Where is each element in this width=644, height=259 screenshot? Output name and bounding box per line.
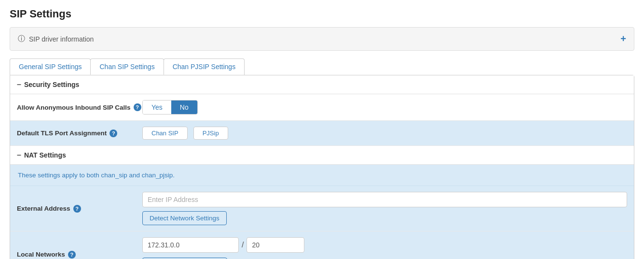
info-bar-label: SIP driver information: [29, 35, 94, 43]
local-networks-help-icon[interactable]: ?: [68, 251, 76, 259]
tab-general-sip-settings[interactable]: Yes General SIP Settings: [10, 58, 91, 75]
tls-port-row: Default TLS Port Assignment ? Chan SIP P…: [10, 121, 634, 146]
local-networks-label: Local Networks ?: [17, 251, 142, 259]
pjsip-button[interactable]: PJSip: [193, 127, 228, 140]
content-area: – Security Settings Allow Anonymous Inbo…: [10, 75, 634, 259]
nat-settings-title: NAT Settings: [24, 151, 66, 159]
external-address-label: External Address ?: [17, 205, 142, 213]
security-settings-title: Security Settings: [24, 81, 79, 88]
local-networks-controls: / Add Local Network Field: [142, 237, 627, 259]
tabs-row: Yes General SIP Settings Chan SIP Settin…: [10, 58, 634, 75]
chan-sip-button[interactable]: Chan SIP: [142, 127, 188, 140]
external-address-controls: Detect Network Settings: [142, 192, 627, 225]
tls-port-help-icon[interactable]: ?: [110, 130, 117, 137]
nat-settings-header: – NAT Settings: [10, 146, 634, 165]
anonymous-calls-row: Allow Anonymous Inbound SIP Calls ? Yes …: [10, 94, 634, 121]
local-networks-row: Local Networks ? / Add Local Network Fie…: [10, 231, 634, 259]
info-bar-content: ⓘ SIP driver information: [18, 34, 94, 43]
tab-chan-pjsip-settings[interactable]: Chan PJSIP Settings: [164, 58, 245, 75]
external-address-input[interactable]: [142, 192, 627, 207]
external-address-help-icon[interactable]: ?: [73, 205, 81, 213]
anonymous-calls-no-button[interactable]: No: [171, 101, 197, 114]
info-icon: ⓘ: [18, 34, 25, 43]
tls-port-controls: Chan SIP PJSip: [142, 127, 627, 140]
anonymous-calls-help-icon[interactable]: ?: [134, 103, 141, 111]
tls-port-label: Default TLS Port Assignment ?: [17, 130, 142, 137]
external-address-row: External Address ? Detect Network Settin…: [10, 186, 634, 231]
security-settings-header: – Security Settings: [10, 75, 634, 94]
local-network-ip-input[interactable]: [142, 237, 239, 253]
nat-info-box: These settings apply to both chan_sip an…: [10, 165, 634, 186]
anonymous-calls-toggle-group: Yes No: [142, 100, 198, 115]
local-network-subnet-input[interactable]: [247, 237, 304, 253]
page-title: SIP Settings: [10, 8, 634, 20]
nat-info-message: These settings apply to both chan_sip an…: [18, 172, 175, 179]
detect-network-button[interactable]: Detect Network Settings: [142, 211, 227, 225]
anonymous-calls-label: Allow Anonymous Inbound SIP Calls ?: [17, 103, 142, 111]
network-entry-row: /: [142, 237, 627, 253]
anonymous-calls-controls: Yes No: [142, 100, 627, 115]
anonymous-calls-yes-button[interactable]: Yes: [143, 101, 171, 114]
tab-chan-sip-settings[interactable]: Chan SIP Settings: [90, 58, 164, 75]
slash-separator: /: [241, 241, 245, 249]
sip-driver-info-bar: ⓘ SIP driver information +: [10, 27, 634, 51]
info-bar-expand-button[interactable]: +: [620, 33, 626, 44]
